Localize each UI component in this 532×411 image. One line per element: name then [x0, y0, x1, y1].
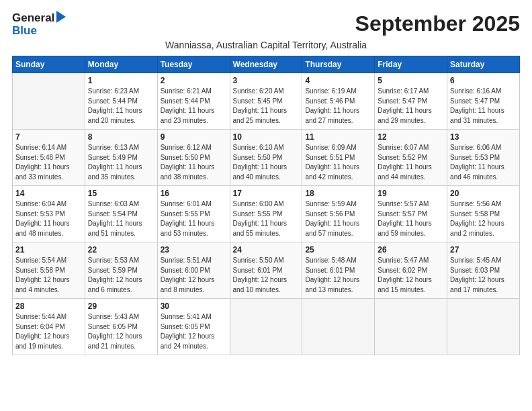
calendar-cell: 1Sunrise: 6:23 AM Sunset: 5:44 PM Daylig…: [85, 73, 157, 130]
day-number: 23: [161, 245, 227, 255]
day-info: Sunrise: 5:59 AM Sunset: 5:56 PM Dayligh…: [305, 199, 371, 238]
col-header-tuesday: Tuesday: [157, 56, 230, 73]
calendar-cell: 10Sunrise: 6:10 AM Sunset: 5:50 PM Dayli…: [230, 130, 302, 186]
day-info: Sunrise: 6:13 AM Sunset: 5:49 PM Dayligh…: [88, 143, 154, 182]
logo-triangle-icon: [56, 11, 66, 23]
day-number: 12: [378, 132, 444, 142]
calendar-cell: [447, 299, 520, 355]
day-info: Sunrise: 6:04 AM Sunset: 5:53 PM Dayligh…: [15, 199, 82, 238]
day-info: Sunrise: 6:01 AM Sunset: 5:55 PM Dayligh…: [161, 199, 227, 238]
calendar-cell: 9Sunrise: 6:12 AM Sunset: 5:50 PM Daylig…: [157, 130, 230, 186]
day-info: Sunrise: 5:43 AM Sunset: 6:05 PM Dayligh…: [88, 312, 154, 351]
day-number: 4: [305, 76, 371, 85]
day-info: Sunrise: 6:19 AM Sunset: 5:46 PM Dayligh…: [305, 87, 371, 126]
day-info: Sunrise: 6:06 AM Sunset: 5:53 PM Dayligh…: [450, 143, 517, 182]
day-number: 15: [88, 189, 154, 198]
day-info: Sunrise: 6:23 AM Sunset: 5:44 PM Dayligh…: [88, 87, 154, 126]
day-number: 14: [15, 189, 82, 198]
day-number: 7: [15, 132, 82, 142]
day-number: 30: [161, 302, 227, 311]
day-info: Sunrise: 5:51 AM Sunset: 6:00 PM Dayligh…: [161, 256, 227, 295]
day-info: Sunrise: 6:00 AM Sunset: 5:55 PM Dayligh…: [233, 199, 300, 238]
day-number: 17: [233, 189, 300, 198]
month-label: September 2025: [355, 12, 520, 36]
calendar-cell: [302, 299, 375, 355]
calendar-cell: 28Sunrise: 5:44 AM Sunset: 6:04 PM Dayli…: [13, 299, 85, 355]
day-number: 26: [378, 245, 444, 255]
calendar-cell: 20Sunrise: 5:56 AM Sunset: 5:58 PM Dayli…: [447, 186, 520, 242]
day-info: Sunrise: 5:53 AM Sunset: 5:59 PM Dayligh…: [88, 256, 154, 295]
calendar-row-4: 28Sunrise: 5:44 AM Sunset: 6:04 PM Dayli…: [13, 299, 520, 355]
calendar-cell: 12Sunrise: 6:07 AM Sunset: 5:52 PM Dayli…: [375, 130, 447, 186]
day-info: Sunrise: 5:54 AM Sunset: 5:58 PM Dayligh…: [15, 256, 82, 295]
col-header-sunday: Sunday: [13, 56, 85, 73]
calendar-cell: 16Sunrise: 6:01 AM Sunset: 5:55 PM Dayli…: [157, 186, 230, 242]
day-info: Sunrise: 6:20 AM Sunset: 5:45 PM Dayligh…: [233, 87, 300, 126]
day-info: Sunrise: 6:16 AM Sunset: 5:47 PM Dayligh…: [450, 87, 517, 126]
day-number: 18: [305, 189, 371, 198]
calendar-cell: 27Sunrise: 5:45 AM Sunset: 6:03 PM Dayli…: [447, 242, 520, 299]
day-info: Sunrise: 6:14 AM Sunset: 5:48 PM Dayligh…: [15, 143, 82, 182]
day-number: 13: [450, 132, 517, 142]
calendar-cell: 11Sunrise: 6:09 AM Sunset: 5:51 PM Dayli…: [302, 130, 375, 186]
logo-general: General: [12, 12, 54, 25]
page: General Blue September 2025 Wanniassa, A…: [0, 0, 532, 362]
calendar-cell: 25Sunrise: 5:48 AM Sunset: 6:01 PM Dayli…: [302, 242, 375, 299]
day-info: Sunrise: 5:45 AM Sunset: 6:03 PM Dayligh…: [450, 256, 517, 295]
calendar-cell: 2Sunrise: 6:21 AM Sunset: 5:44 PM Daylig…: [157, 73, 230, 130]
day-number: 28: [15, 302, 82, 311]
day-number: 1: [88, 76, 154, 85]
day-info: Sunrise: 6:03 AM Sunset: 5:54 PM Dayligh…: [88, 199, 154, 238]
calendar-cell: 30Sunrise: 5:41 AM Sunset: 6:05 PM Dayli…: [157, 299, 230, 355]
day-number: 8: [88, 132, 154, 142]
calendar-cell: 22Sunrise: 5:53 AM Sunset: 5:59 PM Dayli…: [85, 242, 157, 299]
day-number: 27: [450, 245, 517, 255]
calendar-cell: [230, 299, 302, 355]
day-info: Sunrise: 6:09 AM Sunset: 5:51 PM Dayligh…: [305, 143, 371, 182]
calendar-row-1: 7Sunrise: 6:14 AM Sunset: 5:48 PM Daylig…: [13, 130, 520, 186]
calendar-cell: [375, 299, 447, 355]
day-number: 3: [233, 76, 300, 85]
day-info: Sunrise: 5:56 AM Sunset: 5:58 PM Dayligh…: [450, 199, 517, 238]
day-info: Sunrise: 6:12 AM Sunset: 5:50 PM Dayligh…: [161, 143, 227, 182]
day-number: 9: [161, 132, 227, 142]
col-header-thursday: Thursday: [302, 56, 375, 73]
calendar-cell: 13Sunrise: 6:06 AM Sunset: 5:53 PM Dayli…: [447, 130, 520, 186]
day-info: Sunrise: 6:17 AM Sunset: 5:47 PM Dayligh…: [378, 87, 444, 126]
calendar-cell: 4Sunrise: 6:19 AM Sunset: 5:46 PM Daylig…: [302, 73, 375, 130]
day-number: 2: [161, 76, 227, 85]
day-info: Sunrise: 5:44 AM Sunset: 6:04 PM Dayligh…: [15, 312, 82, 351]
calendar-cell: 17Sunrise: 6:00 AM Sunset: 5:55 PM Dayli…: [230, 186, 302, 242]
calendar-row-0: 1Sunrise: 6:23 AM Sunset: 5:44 PM Daylig…: [13, 73, 520, 130]
day-number: 5: [378, 76, 444, 85]
calendar-cell: 6Sunrise: 6:16 AM Sunset: 5:47 PM Daylig…: [447, 73, 520, 130]
day-info: Sunrise: 6:10 AM Sunset: 5:50 PM Dayligh…: [233, 143, 300, 182]
day-info: Sunrise: 6:07 AM Sunset: 5:52 PM Dayligh…: [378, 143, 444, 182]
day-number: 20: [450, 189, 517, 198]
day-info: Sunrise: 6:21 AM Sunset: 5:44 PM Dayligh…: [161, 87, 227, 126]
day-number: 24: [233, 245, 300, 255]
calendar-cell: 18Sunrise: 5:59 AM Sunset: 5:56 PM Dayli…: [302, 186, 375, 242]
day-number: 22: [88, 245, 154, 255]
calendar-cell: [13, 73, 85, 130]
day-info: Sunrise: 5:57 AM Sunset: 5:57 PM Dayligh…: [378, 199, 444, 238]
calendar-cell: 26Sunrise: 5:47 AM Sunset: 6:02 PM Dayli…: [375, 242, 447, 299]
header: General Blue September 2025: [12, 12, 520, 37]
calendar-cell: 23Sunrise: 5:51 AM Sunset: 6:00 PM Dayli…: [157, 242, 230, 299]
calendar-cell: 19Sunrise: 5:57 AM Sunset: 5:57 PM Dayli…: [375, 186, 447, 242]
calendar-table: SundayMondayTuesdayWednesdayThursdayFrid…: [12, 56, 520, 355]
calendar-cell: 15Sunrise: 6:03 AM Sunset: 5:54 PM Dayli…: [85, 186, 157, 242]
calendar-cell: 29Sunrise: 5:43 AM Sunset: 6:05 PM Dayli…: [85, 299, 157, 355]
calendar-cell: 5Sunrise: 6:17 AM Sunset: 5:47 PM Daylig…: [375, 73, 447, 130]
logo-blue: Blue: [12, 24, 37, 37]
day-info: Sunrise: 5:47 AM Sunset: 6:02 PM Dayligh…: [378, 256, 444, 295]
calendar-cell: 3Sunrise: 6:20 AM Sunset: 5:45 PM Daylig…: [230, 73, 302, 130]
col-header-friday: Friday: [375, 56, 447, 73]
day-number: 10: [233, 132, 300, 142]
location-label: Wanniassa, Australian Capital Territory,…: [12, 40, 520, 50]
calendar-row-2: 14Sunrise: 6:04 AM Sunset: 5:53 PM Dayli…: [13, 186, 520, 242]
day-number: 29: [88, 302, 154, 311]
calendar-row-3: 21Sunrise: 5:54 AM Sunset: 5:58 PM Dayli…: [13, 242, 520, 299]
day-number: 16: [161, 189, 227, 198]
logo: General Blue: [12, 12, 66, 37]
